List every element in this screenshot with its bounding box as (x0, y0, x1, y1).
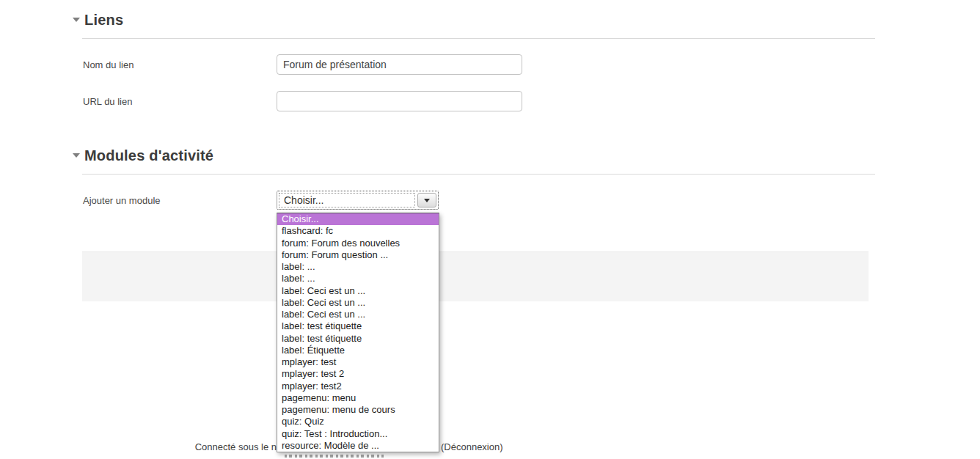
module-select-value: Choisir... (284, 194, 323, 206)
dropdown-option[interactable]: label: Ceci est un ... (277, 309, 439, 320)
section-divider (82, 38, 875, 39)
section-modules-collapse-icon[interactable] (73, 153, 80, 158)
dropdown-option[interactable]: label: ... (277, 261, 439, 273)
link-url-input[interactable] (277, 91, 522, 111)
empty-section-panel (82, 251, 869, 301)
add-module-label: Ajouter un module (83, 195, 161, 206)
logout-link[interactable]: (Déconnexion) (441, 441, 503, 452)
dropdown-option[interactable]: label: Ceci est un ... (277, 285, 439, 297)
dropdown-option[interactable]: label: test étiquette (277, 333, 439, 345)
section-liens-collapse-icon[interactable] (73, 18, 80, 22)
footer-logged-in-text: Connecté sous le n (0, 441, 277, 452)
caret-down-icon (424, 199, 430, 202)
link-name-input[interactable] (277, 54, 522, 75)
link-url-label: URL du lien (83, 96, 132, 107)
dropdown-option[interactable]: mplayer: test (277, 356, 439, 368)
section-liens-title: Liens (84, 12, 123, 29)
dropdown-option[interactable]: flashcard: fc (277, 225, 439, 237)
dropdown-option[interactable]: Choisir... (277, 213, 439, 225)
dropdown-option[interactable]: label: test étiquette (277, 320, 439, 332)
dropdown-option[interactable]: label: Ceci est un ... (277, 297, 439, 309)
module-select-field: Choisir... (279, 193, 415, 208)
dropdown-option[interactable]: quiz: Quiz (277, 416, 439, 427)
link-name-label: Nom du lien (83, 59, 134, 70)
dropdown-option[interactable]: pagemenu: menu (277, 392, 439, 404)
module-select-button[interactable] (417, 193, 436, 208)
dropdown-option[interactable]: label: Étiquette (277, 345, 439, 356)
dropdown-option[interactable]: pagemenu: menu de cours (277, 404, 439, 416)
section-divider (82, 174, 875, 175)
dropdown-option[interactable]: quiz: Test : Introduction... (277, 428, 439, 440)
dropdown-option[interactable]: mplayer: test 2 (277, 368, 439, 380)
section-modules-title: Modules d'activité (84, 147, 213, 164)
dropdown-option[interactable]: resource: Modèle de ... (277, 440, 439, 452)
module-dropdown-list: Choisir...flashcard: fcforum: Forum des … (277, 213, 439, 452)
dropdown-option[interactable]: forum: Forum question ... (277, 249, 439, 261)
dropdown-option[interactable]: label: ... (277, 273, 439, 284)
dropdown-option[interactable]: forum: Forum des nouvelles (277, 238, 439, 249)
dropdown-option[interactable]: mplayer: test2 (277, 381, 439, 392)
module-select[interactable]: Choisir... (277, 191, 439, 210)
footer-clipped-text (285, 455, 384, 458)
